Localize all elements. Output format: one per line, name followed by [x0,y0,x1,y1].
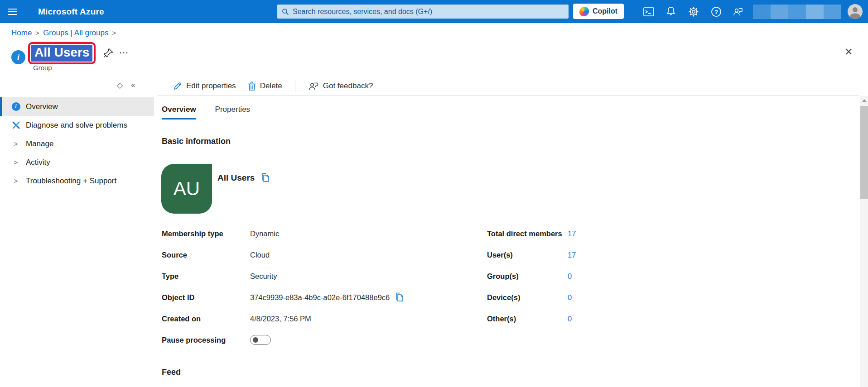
edit-properties-button[interactable]: Edit properties [169,80,240,92]
content-separator [158,96,859,96]
notifications-bell-icon[interactable] [661,0,681,23]
field-label: User(s) [487,251,568,259]
sidebar-item-troubleshooting[interactable]: > Troubleshooting + Support [0,172,154,190]
field-label: Group(s) [487,272,568,281]
chevron-right-icon: > [11,158,20,166]
field-label: Type [162,272,250,281]
account-avatar[interactable] [848,4,863,19]
sidebar-item-label: Overview [26,102,58,111]
group-name: All Users [217,173,255,183]
sidebar-item-manage[interactable]: > Manage [0,134,154,153]
field-row: Type Security [162,272,404,293]
vertical-scrollbar[interactable] [860,96,868,387]
sidebar-item-overview[interactable]: i Overview [0,97,154,116]
copilot-button[interactable]: Copilot [573,4,624,19]
sidebar-collapse-icon[interactable]: « [131,81,135,90]
breadcrumb-groups-link[interactable]: Groups | All groups [43,29,108,37]
title-annotation-box: All Users [28,42,96,64]
cloud-shell-icon[interactable] [639,0,659,23]
settings-gear-icon[interactable] [684,0,704,23]
others-count-link[interactable]: 0 [568,315,572,323]
scrollbar-thumb[interactable] [860,106,868,199]
basic-info-left-column: Membership type Dynamic Source Cloud Typ… [162,229,404,357]
field-row: Created on 4/8/2023, 7:56 PM [162,315,404,336]
breadcrumb-home-link[interactable]: Home [11,29,32,37]
devices-count-link[interactable]: 0 [568,293,572,302]
field-row: Total direct members 17 [487,229,576,251]
sidebar-item-label: Manage [26,139,53,148]
chevron-right-icon: > [11,177,20,185]
field-label: Other(s) [487,315,568,323]
breadcrumb-separator: > [35,29,39,37]
field-label: Device(s) [487,293,568,302]
copilot-logo-icon [579,7,589,16]
field-value: Dynamic [250,229,279,238]
field-row: Membership type Dynamic [162,229,404,251]
page-title[interactable]: All Users [31,45,92,62]
copy-icon [395,292,404,302]
search-icon [282,8,289,15]
basic-info-right-column: Total direct members 17 User(s) 17 Group… [487,229,576,336]
delete-label: Delete [260,81,282,91]
field-label: Object ID [162,293,250,302]
copilot-label: Copilot [593,7,617,15]
field-value: 4/8/2023, 7:56 PM [250,315,311,323]
groups-count-link[interactable]: 0 [568,272,572,281]
field-label: Pause processing [162,336,250,344]
svg-text:?: ? [714,8,718,15]
group-info-icon: i [11,50,25,64]
field-row: User(s) 17 [487,251,576,272]
field-value: Security [250,272,277,281]
field-value: Cloud [250,251,270,259]
global-search[interactable] [277,5,569,19]
scrollbar-up-arrow-icon[interactable] [860,96,868,105]
group-avatar: AU [161,164,212,214]
feed-heading: Feed [162,368,181,377]
got-feedback-button[interactable]: Got feedback? [304,80,377,93]
pause-processing-toggle[interactable] [250,335,271,345]
pencil-icon [173,81,182,91]
feedback-person-icon [308,81,319,91]
field-label: Source [162,251,250,259]
basic-information-heading: Basic information [162,137,231,146]
toolbar-divider [295,80,295,92]
sidebar-item-activity[interactable]: > Activity [0,153,154,172]
tab-strip: Overview Properties [162,105,250,119]
sidebar-resize-icon[interactable]: ◇ [117,81,123,90]
tab-overview[interactable]: Overview [162,105,196,119]
search-input[interactable] [293,8,564,16]
sidebar-tools: ◇ « [117,81,153,90]
sidebar-item-label: Diagnose and solve problems [26,121,127,130]
field-label: Created on [162,315,250,323]
hamburger-menu-icon[interactable] [0,0,25,23]
info-icon: i [11,102,20,111]
edit-properties-label: Edit properties [186,81,236,91]
copy-icon [261,173,270,183]
breadcrumb: Home>Groups | All groups> [11,29,120,38]
trash-icon [248,81,256,91]
field-row: Device(s) 0 [487,293,576,315]
close-blade-icon[interactable]: ✕ [844,47,853,57]
field-row: Source Cloud [162,251,404,272]
field-row-object-id: Object ID 374c9939-e83a-4b9c-a02e-6f1704… [162,293,404,315]
toggle-knob [253,337,258,343]
total-direct-members-link[interactable]: 17 [568,229,576,238]
top-bar: Microsoft Azure Copilot ? [0,0,868,23]
portal-title: Microsoft Azure [38,0,104,23]
help-icon[interactable]: ? [706,0,726,23]
field-row: Other(s) 0 [487,315,576,336]
more-actions-icon[interactable]: … [119,44,129,56]
delete-button[interactable]: Delete [244,80,286,92]
users-count-link[interactable]: 17 [568,251,576,259]
tab-properties[interactable]: Properties [215,105,250,119]
pin-icon[interactable] [102,47,114,59]
feedback-icon[interactable] [728,0,748,23]
sidebar-item-diagnose[interactable]: Diagnose and solve problems [0,116,154,134]
sidebar-item-label: Activity [26,158,50,167]
sidebar-item-label: Troubleshooting + Support [26,177,116,186]
object-id-value: 374c9939-e83a-4b9c-a02e-6f170488e9c6 [250,293,390,302]
copy-object-id-button[interactable] [395,293,404,302]
copy-group-name-button[interactable] [261,173,270,183]
field-label: Total direct members [487,229,568,238]
command-bar: Edit properties Delete Got feedback? [169,77,376,95]
